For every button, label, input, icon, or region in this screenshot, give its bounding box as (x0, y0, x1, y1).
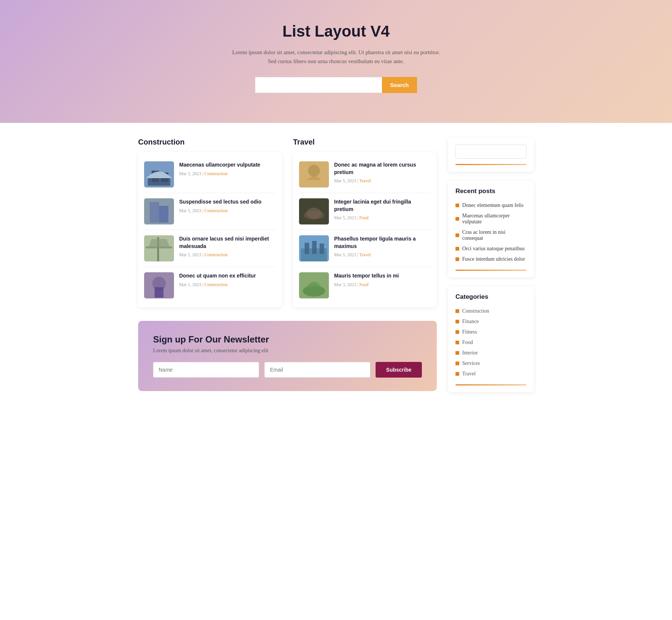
post-thumbnail (299, 161, 329, 187)
svg-rect-21 (305, 243, 309, 254)
post-thumbnail (144, 272, 174, 298)
category-label: Food (462, 340, 473, 345)
list-item[interactable]: Food (455, 337, 526, 348)
bullet-icon (455, 320, 459, 323)
list-item: Mauris tempor tellus in mi Mar 3, 2023 |… (299, 267, 431, 304)
bullet-icon (455, 309, 459, 313)
list-item[interactable]: Services (455, 358, 526, 369)
newsletter-subscribe-button[interactable]: Subscribe (376, 362, 422, 378)
hero-description: Lorem ipsum dolor sit amet, consectetur … (231, 48, 441, 66)
list-item: Donec ac magna at lorem cursus pretium M… (299, 156, 431, 193)
newsletter-section: Sign up For Our Newsletter Lorem ipsum d… (138, 321, 437, 391)
hero-title: List Layout V4 (7, 22, 665, 40)
post-title[interactable]: Maecenas ullamcorper vulputate (179, 161, 276, 169)
recent-post-label: Maecenas ullamcorper vulputate (462, 213, 526, 225)
list-item: Maecenas ullamcorper vulputate Mar 5, 20… (144, 156, 276, 193)
sidebar-search-widget: Search (448, 138, 534, 172)
post-columns: Construction Maecenas ullamcorper vulput… (138, 138, 437, 307)
list-item[interactable]: Orci varius natoque penatibus (455, 244, 526, 254)
newsletter-description: Lorem ipsum dolor sit amet, consectetur … (153, 348, 422, 354)
bullet-icon (455, 351, 459, 355)
post-info: Mauris tempor tellus in mi Mar 3, 2023 |… (334, 272, 431, 288)
post-meta: Mar 5, 2023 | Construction (179, 252, 276, 258)
post-info: Integer lacinia eget dui fringilla preti… (334, 198, 431, 221)
recent-post-label: Fusce interdum ultricies dolor (462, 256, 525, 262)
post-thumbnail (299, 272, 329, 298)
post-thumbnail (299, 198, 329, 224)
list-item: Phasellus tempor ligula mauris a maximus… (299, 230, 431, 267)
recent-posts-title: Recent posts (455, 187, 526, 195)
post-info: Suspendisse sed lectus sed odio Mar 5, 2… (179, 198, 276, 214)
recent-posts-list: Donec elementum quam felis Maecenas ulla… (455, 200, 526, 264)
bullet-icon (455, 233, 459, 237)
hero-search-input[interactable] (255, 77, 382, 93)
hero-search-bar: Search (7, 77, 665, 93)
newsletter-title: Sign up For Our Newsletter (153, 334, 422, 345)
travel-column-title: Travel (293, 138, 437, 146)
post-meta: Mar 5, 2023 | Construction (179, 208, 276, 214)
hero-search-button[interactable]: Search (382, 77, 417, 93)
list-item[interactable]: Fitness (455, 327, 526, 337)
svg-rect-22 (312, 241, 317, 254)
sidebar: Search Recent posts Donec elementum quam… (448, 138, 534, 401)
post-title[interactable]: Donec ac magna at lorem cursus pretium (334, 161, 431, 176)
svg-rect-5 (150, 202, 159, 223)
list-item[interactable]: Cras ac lorem in nisi consequat (455, 227, 526, 244)
category-label: Construction (462, 308, 489, 314)
bullet-icon (455, 247, 459, 251)
post-title[interactable]: Phasellus tempor ligula mauris a maximus (334, 235, 431, 250)
list-item[interactable]: Construction (455, 306, 526, 316)
list-item: Duis ornare lacus sed nisi imperdiet mal… (144, 230, 276, 267)
list-item[interactable]: Donec elementum quam felis (455, 200, 526, 211)
svg-marker-10 (148, 239, 170, 248)
post-info: Phasellus tempor ligula mauris a maximus… (334, 235, 431, 258)
list-item[interactable]: Finance (455, 316, 526, 327)
categories-widget: Categories Construction Finance Fitness … (448, 286, 534, 392)
recent-post-label: Orci varius natoque penatibus (462, 246, 525, 252)
sidebar-divider (455, 164, 526, 165)
category-label: Finance (462, 319, 479, 325)
list-item[interactable]: Travel (455, 369, 526, 379)
list-item[interactable]: Maecenas ullamcorper vulputate (455, 211, 526, 227)
svg-point-15 (308, 165, 320, 177)
sidebar-divider (455, 384, 526, 385)
bullet-icon (455, 372, 459, 376)
newsletter-form: Subscribe (153, 362, 422, 378)
bullet-icon (455, 204, 459, 207)
recent-post-label: Cras ac lorem in nisi consequat (462, 229, 526, 241)
list-item[interactable]: Interior (455, 348, 526, 358)
post-title[interactable]: Integer lacinia eget dui fringilla preti… (334, 198, 431, 213)
construction-column: Construction Maecenas ullamcorper vulput… (138, 138, 282, 307)
sidebar-search-input[interactable] (456, 145, 526, 158)
post-thumbnail (144, 198, 174, 224)
post-info: Maecenas ullamcorper vulputate Mar 5, 20… (179, 161, 276, 177)
category-list: Construction Finance Fitness Food Interi… (455, 306, 526, 379)
post-title[interactable]: Duis ornare lacus sed nisi imperdiet mal… (179, 235, 276, 250)
bullet-icon (455, 341, 459, 344)
list-item: Donec ut quam non ex efficitur Mar 1, 20… (144, 267, 276, 304)
post-title[interactable]: Mauris tempor tellus in mi (334, 272, 431, 280)
post-info: Duis ornare lacus sed nisi imperdiet mal… (179, 235, 276, 258)
bullet-icon (455, 362, 459, 365)
post-thumbnail (144, 161, 174, 187)
bullet-icon (455, 330, 459, 334)
post-meta: Mar 5, 2023 | Food (334, 215, 431, 221)
post-meta: Mar 1, 2023 | Construction (179, 282, 276, 288)
content-area: Construction Maecenas ullamcorper vulput… (138, 138, 437, 401)
recent-post-label: Donec elementum quam felis (462, 202, 523, 208)
travel-column: Travel Donec ac magna at lorem cursus pr… (293, 138, 437, 307)
main-wrapper: Construction Maecenas ullamcorper vulput… (131, 123, 541, 416)
post-info: Donec ut quam non ex efficitur Mar 1, 20… (179, 272, 276, 288)
sidebar-search-bar: Search (455, 145, 526, 159)
list-item[interactable]: Fusce interdum ultricies dolor (455, 254, 526, 264)
newsletter-email-input[interactable] (264, 362, 370, 378)
svg-point-18 (307, 208, 321, 219)
sidebar-divider (455, 270, 526, 271)
bullet-icon (455, 257, 459, 261)
svg-rect-6 (159, 206, 168, 223)
post-meta: Mar 5, 2023 | Construction (179, 171, 276, 177)
recent-posts-widget: Recent posts Donec elementum quam felis … (448, 181, 534, 278)
newsletter-name-input[interactable] (153, 362, 259, 378)
post-title[interactable]: Donec ut quam non ex efficitur (179, 272, 276, 280)
post-title[interactable]: Suspendisse sed lectus sed odio (179, 198, 276, 206)
